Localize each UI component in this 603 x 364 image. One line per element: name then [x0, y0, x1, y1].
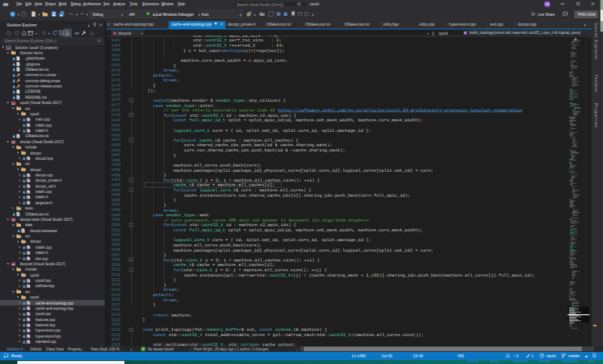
svg-text:h: h	[27, 285, 29, 288]
svg-text:h: h	[27, 130, 29, 133]
svg-text:++: ++	[27, 124, 30, 127]
svg-text:++: ++	[27, 246, 30, 249]
svg-text:++: ++	[12, 263, 15, 266]
svg-text:h: h	[27, 202, 29, 205]
svg-text:++: ++	[27, 319, 30, 322]
svg-text:h: h	[27, 335, 29, 338]
svg-text:h: h	[27, 185, 29, 188]
svg-text:++: ++	[27, 258, 30, 261]
svg-text:++: ++	[12, 141, 15, 144]
svg-text:++: ++	[27, 329, 30, 332]
svg-text:h: h	[27, 252, 29, 255]
svg-text:h: h	[27, 158, 29, 161]
svg-text:h: h	[27, 307, 29, 310]
svg-text:++: ++	[27, 118, 30, 121]
svg-text:h: h	[27, 324, 29, 327]
svg-text:h: h	[27, 196, 29, 199]
svg-text:++: ++	[12, 219, 15, 222]
svg-text:++: ++	[27, 341, 30, 344]
svg-text:++: ++	[27, 191, 30, 194]
svg-text:h: h	[27, 179, 29, 182]
svg-text:++: ++	[27, 302, 30, 305]
svg-text:++: ++	[27, 313, 30, 316]
svg-text:++: ++	[12, 102, 15, 105]
svg-text:h: h	[27, 280, 29, 283]
svg-text:++: ++	[27, 174, 30, 177]
